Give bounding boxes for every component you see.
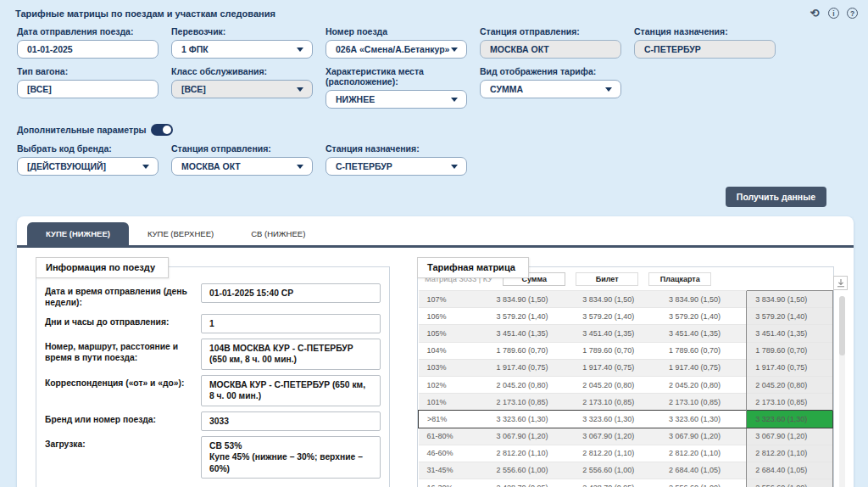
train-number-select[interactable]: 026А «Смена/А.Бетанкур» bbox=[326, 40, 467, 59]
matrix-cell[interactable]: 3 579.20 (1,40) bbox=[660, 308, 747, 325]
matrix-cell[interactable]: 2 812.20 (1,10) bbox=[747, 445, 833, 462]
matrix-cell[interactable]: 3 834.90 (1,50) bbox=[574, 291, 660, 308]
tab-kupe-upper[interactable]: КУПЕ (ВЕРХНЕЕ) bbox=[129, 222, 232, 245]
matrix-cell[interactable]: 2 556.60 (1,00) bbox=[660, 479, 747, 487]
matrix-row: 103%1 917.40 (0,75)1 917.40 (0,75)1 917.… bbox=[419, 359, 833, 376]
actions-row: Получить данные bbox=[0, 187, 868, 207]
additional-params-row: Дополнительные параметры bbox=[0, 124, 868, 136]
download-icon[interactable] bbox=[833, 276, 848, 290]
matrix-row-label: 107% bbox=[419, 291, 488, 308]
refresh-icon[interactable]: ⟲ bbox=[809, 8, 821, 19]
matrix-row: 101%2 173.10 (0,85)2 173.10 (0,85)2 173.… bbox=[419, 394, 833, 411]
tariff-view-label: Вид отображения тарифа: bbox=[480, 66, 621, 76]
left-column: Информация по поезду Дата и время отправ… bbox=[36, 266, 390, 487]
origin-station-readonly: МОСКВА ОКТ bbox=[480, 40, 621, 59]
matrix-body: 107%3 834.90 (1,50)3 834.90 (1,50)3 834.… bbox=[419, 291, 833, 487]
field-carrier: Перевозчик: 1 ФПК bbox=[171, 26, 313, 59]
matrix-cell[interactable]: 1 789.60 (0,70) bbox=[574, 342, 660, 359]
matrix-cell[interactable]: 2 428.70 (0,95) bbox=[488, 479, 575, 487]
tariff-matrix-table: 107%3 834.90 (1,50)3 834.90 (1,50)3 834.… bbox=[418, 290, 833, 487]
matrix-cell[interactable]: 3 451.40 (1,35) bbox=[488, 325, 575, 342]
field-destination-station-2: Станция назначения: С-ПЕТЕРБУР bbox=[326, 143, 467, 176]
carrier-select[interactable]: 1 ФПК bbox=[171, 40, 313, 59]
matrix-cell[interactable]: 3 067.90 (1,20) bbox=[574, 428, 660, 445]
chevron-down-icon bbox=[451, 165, 458, 169]
matrix-cell[interactable]: 2 173.10 (0,85) bbox=[574, 394, 660, 411]
info-value: 104В МОСКВА КУР - С-ПЕТЕРБУР (650 км, 8 … bbox=[201, 339, 381, 370]
matrix-cell[interactable]: 2 684.40 (1,05) bbox=[747, 462, 833, 479]
get-data-button[interactable]: Получить данные bbox=[726, 187, 826, 207]
tab-kupe-lower[interactable]: КУПЕ (НИЖНЕЕ) bbox=[27, 222, 129, 245]
destination-station-2-select[interactable]: С-ПЕТЕРБУР bbox=[326, 157, 467, 176]
info-row: Корреспонденция («от» и «до»): МОСКВА КУ… bbox=[42, 372, 381, 409]
tariff-view-select[interactable]: СУММА bbox=[480, 80, 621, 98]
origin-station-2-select[interactable]: МОСКВА ОКТ bbox=[171, 157, 313, 176]
matrix-cell[interactable]: 3 323.60 (1,30) bbox=[747, 411, 833, 428]
matrix-cell[interactable]: 2 173.10 (0,85) bbox=[660, 394, 747, 411]
field-car-type: Тип вагона: [ВСЕ] bbox=[17, 66, 159, 109]
matrix-cell[interactable]: 2 812.20 (1,10) bbox=[488, 445, 575, 462]
matrix-row-label: 102% bbox=[419, 376, 488, 393]
matrix-cell[interactable]: 3 579.20 (1,40) bbox=[488, 308, 575, 325]
matrix-cell[interactable]: 1 917.40 (0,75) bbox=[747, 359, 833, 376]
matrix-cell[interactable]: 2 428.70 (0,95) bbox=[574, 479, 660, 487]
help-icon[interactable]: ? bbox=[847, 8, 858, 19]
matrix-cell[interactable]: 3 834.90 (1,50) bbox=[660, 291, 747, 308]
scrollbar-thumb[interactable] bbox=[839, 296, 845, 355]
matrix-cell[interactable]: 3 323.60 (1,30) bbox=[488, 411, 575, 428]
matrix-row: 46-60%2 812.20 (1,10)2 812.20 (1,10)2 81… bbox=[419, 445, 833, 462]
filter-row-2: Тип вагона: [ВСЕ] Класс обслуживания: [В… bbox=[0, 66, 868, 109]
matrix-cell[interactable]: 2 556.60 (1,00) bbox=[747, 479, 833, 487]
info-icon[interactable]: i bbox=[828, 8, 839, 19]
view-platskarta-button[interactable]: Плацкарта bbox=[648, 272, 711, 286]
matrix-cell[interactable]: 2 812.20 (1,10) bbox=[574, 445, 660, 462]
matrix-cell[interactable]: 2 045.20 (0,80) bbox=[488, 376, 575, 393]
matrix-cell[interactable]: 3 323.60 (1,30) bbox=[660, 411, 747, 428]
matrix-cell[interactable]: 3 834.90 (1,50) bbox=[488, 291, 575, 308]
train-number-label: Номер поезда bbox=[326, 26, 467, 36]
matrix-cell[interactable]: 1 789.60 (0,70) bbox=[488, 342, 575, 359]
matrix-cell[interactable]: 1 917.40 (0,75) bbox=[660, 359, 747, 376]
matrix-cell[interactable]: 2 173.10 (0,85) bbox=[747, 394, 833, 411]
matrix-cell[interactable]: 2 045.20 (0,80) bbox=[574, 376, 660, 393]
matrix-cell[interactable]: 3 579.20 (1,40) bbox=[747, 308, 833, 325]
matrix-cell[interactable]: 3 451.40 (1,35) bbox=[660, 325, 747, 342]
train-info-title: Информация по поезду bbox=[36, 257, 169, 278]
matrix-cell[interactable]: 1 917.40 (0,75) bbox=[574, 359, 660, 376]
matrix-cell[interactable]: 2 556.60 (1,00) bbox=[488, 462, 575, 479]
departure-date-label: Дата отправления поезда: bbox=[17, 26, 159, 36]
matrix-cell[interactable]: 3 451.40 (1,35) bbox=[574, 325, 660, 342]
departure-date-input[interactable]: 01-01-2025 bbox=[17, 40, 159, 59]
view-ticket-button[interactable]: Билет bbox=[576, 272, 638, 286]
matrix-cell[interactable]: 1 917.40 (0,75) bbox=[488, 359, 575, 376]
info-row: Загрузка: СВ 53% Купе 45% (нижние – 30%;… bbox=[42, 434, 381, 481]
matrix-cell[interactable]: 2 045.20 (0,80) bbox=[747, 376, 833, 393]
service-class-select[interactable]: [ВСЕ] bbox=[171, 80, 313, 98]
matrix-cell[interactable]: 2 556.60 (1,00) bbox=[574, 462, 660, 479]
matrix-cell[interactable]: 3 451.40 (1,35) bbox=[747, 325, 833, 342]
matrix-cell[interactable]: 1 789.60 (0,70) bbox=[660, 342, 747, 359]
matrix-cell[interactable]: 3 067.90 (1,20) bbox=[660, 428, 747, 445]
matrix-cell[interactable]: 2 173.10 (0,85) bbox=[488, 394, 575, 411]
info-row: Дата и время отправления (день недели): … bbox=[42, 281, 381, 311]
info-row: Бренд или номер поезда: 3033 bbox=[42, 409, 381, 434]
matrix-cell[interactable]: 1 789.60 (0,70) bbox=[747, 342, 833, 359]
car-type-input[interactable]: [ВСЕ] bbox=[17, 80, 159, 98]
matrix-cell[interactable]: 3 834.90 (1,50) bbox=[747, 291, 833, 308]
matrix-cell[interactable]: 3 067.90 (1,20) bbox=[488, 428, 575, 445]
matrix-cell[interactable]: 3 067.90 (1,20) bbox=[747, 428, 833, 445]
matrix-cell[interactable]: 3 323.60 (1,30) bbox=[574, 411, 660, 428]
field-destination-station: Станция назначения: С-ПЕТЕРБУР bbox=[634, 26, 776, 59]
seat-position-select[interactable]: НИЖНЕЕ bbox=[326, 90, 467, 109]
matrix-scrollbar[interactable] bbox=[839, 296, 845, 487]
matrix-cell[interactable]: 2 812.20 (1,10) bbox=[660, 445, 747, 462]
brand-code-select[interactable]: [ДЕЙСТВУЮЩИЙ] bbox=[17, 157, 159, 176]
matrix-cell[interactable]: 3 579.20 (1,40) bbox=[574, 308, 660, 325]
tab-sv-lower[interactable]: СВ (НИЖНЕЕ) bbox=[232, 222, 324, 245]
matrix-cell[interactable]: 2 684.40 (1,05) bbox=[660, 462, 747, 479]
matrix-cell[interactable]: 2 045.20 (0,80) bbox=[660, 376, 747, 393]
tariff-matrix-panel: Тарифная матрица Матрица 3033 | КУ Сумма… bbox=[417, 266, 834, 487]
chevron-down-icon bbox=[451, 48, 458, 52]
chevron-down-icon bbox=[297, 87, 303, 92]
additional-params-toggle[interactable] bbox=[151, 124, 173, 136]
